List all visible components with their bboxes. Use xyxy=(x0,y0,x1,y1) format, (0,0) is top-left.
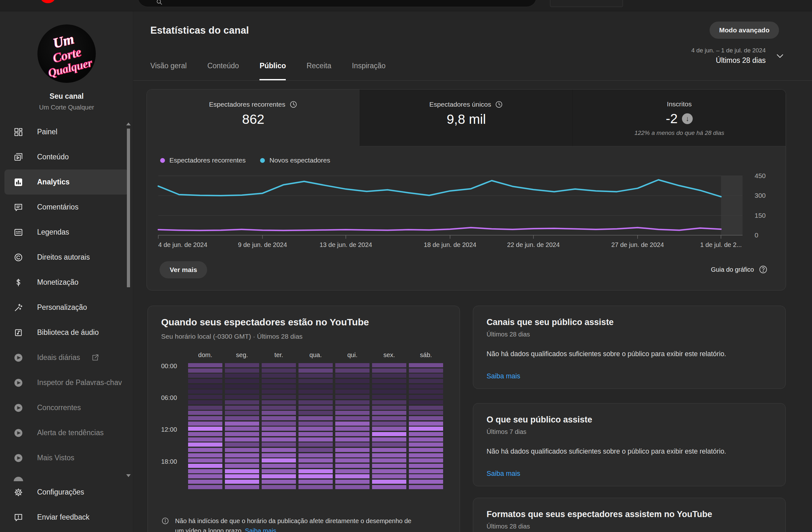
svg-text:18 de jun. de 2024: 18 de jun. de 2024 xyxy=(424,241,476,248)
sidebar-item-conteudo[interactable]: Conteúdo xyxy=(0,144,133,169)
learn-more-link[interactable]: Saiba mais xyxy=(487,470,520,477)
heatmap-cell xyxy=(299,443,333,447)
report-card-subtitle: Últimos 7 dias xyxy=(487,428,772,435)
sidebar-item-concorrentes[interactable]: Concorrentes xyxy=(0,395,133,420)
date-range-picker[interactable]: 4 de jun. – 1 de jul. de 2024 Últimos 28… xyxy=(691,47,785,65)
report-card-0: Canais que seu público assisteÚltimos 28… xyxy=(473,306,786,389)
svg-text:300: 300 xyxy=(755,192,766,199)
heatmap-cell xyxy=(335,453,369,458)
see-more-button[interactable]: Ver mais xyxy=(160,261,207,278)
heatmap-time-label: 00:00 xyxy=(161,363,177,370)
heatmap-cell xyxy=(372,374,406,378)
clock-icon xyxy=(289,100,298,109)
metric-tab-1[interactable]: Espectadores únicos9,8 mil xyxy=(360,89,573,146)
sidebar-item-analytics[interactable]: Analytics xyxy=(4,169,129,195)
heatmap-cell xyxy=(409,411,443,415)
heatmap-cell xyxy=(335,374,369,378)
tab-publico[interactable]: Público xyxy=(259,61,286,80)
heatmap-cell xyxy=(409,448,443,452)
heatmap-cell xyxy=(335,474,369,478)
heatmap-cell xyxy=(188,437,222,442)
sidebar-item-label: Biblioteca de áudio xyxy=(37,328,99,337)
heatmap-cell xyxy=(372,469,406,473)
sidebar-item-direitos-autorais[interactable]: Direitos autorais xyxy=(0,245,133,270)
legend-label: Novos espectadores xyxy=(269,156,330,164)
sidebar-item-biblioteca-de-audio[interactable]: Biblioteca de áudio xyxy=(0,320,133,345)
metric-value: 862 xyxy=(242,112,264,127)
heatmap-grid xyxy=(188,363,443,490)
vidiq-icon xyxy=(14,353,23,363)
subtitles-icon xyxy=(14,228,23,237)
heatmap-note-link[interactable]: Saiba mais xyxy=(245,527,276,532)
heatmap-cell xyxy=(409,458,443,462)
heatmap-day-labels: dom.seg.ter.qua.qui.sex.sáb. xyxy=(188,351,443,359)
heatmap-cell xyxy=(225,363,259,367)
metric-tabs: Espectadores recorrentes862Espectadores … xyxy=(147,89,786,146)
chart-guide-button[interactable]: Guia do gráfico xyxy=(711,265,768,274)
sidebar-item-alerta-de-tendencias[interactable]: Alerta de tendências xyxy=(0,420,133,445)
tab-inspiracao[interactable]: Inspiração xyxy=(352,61,386,80)
heatmap-cell xyxy=(262,406,296,410)
heatmap-cell xyxy=(299,485,333,489)
report-card-subtitle: Últimos 28 dias xyxy=(487,523,772,530)
heatmap-cell xyxy=(372,453,406,458)
topbar-control-box[interactable] xyxy=(550,0,623,7)
sidebar-item-label: Inspetor de Palavras-chav xyxy=(37,378,122,387)
heatmap-cell xyxy=(409,400,443,404)
heatmap-cell xyxy=(262,400,296,404)
sidebar-item-painel[interactable]: Painel xyxy=(0,120,133,144)
heatmap-cell xyxy=(335,368,369,373)
viewers-online-heatmap-card: Quando seus espectadores estão no YouTub… xyxy=(147,306,460,532)
scrollbar-up-arrow[interactable] xyxy=(126,123,131,125)
sidebar-item-configuracoes[interactable]: Configurações xyxy=(0,480,133,505)
metric-tab-2[interactable]: Inscritos-2↓122% a menos do que há 28 di… xyxy=(572,89,786,146)
heatmap-cell xyxy=(409,432,443,436)
sidebar-item-comentarios[interactable]: Comentários xyxy=(0,195,133,220)
sidebar-item-mais-vistos[interactable]: Mais Vistos xyxy=(0,445,133,471)
legend-item[interactable]: Espectadores recorrentes xyxy=(160,156,246,164)
heatmap-cell xyxy=(299,390,333,394)
sidebar-item-enviar-feedback[interactable]: Enviar feedback xyxy=(0,505,133,530)
heatmap-cell xyxy=(188,363,222,367)
dollar-icon xyxy=(14,278,23,287)
sidebar-item-legendas[interactable]: Legendas xyxy=(0,220,133,245)
heatmap-cell xyxy=(262,374,296,378)
heatmap-cell xyxy=(188,411,222,415)
metric-tab-0[interactable]: Espectadores recorrentes862 xyxy=(147,89,360,146)
heatmap-day-label: sex. xyxy=(372,351,406,359)
scrollbar-down-arrow[interactable] xyxy=(126,474,131,477)
vidiq-icon xyxy=(14,378,23,388)
learn-more-link[interactable]: Saiba mais xyxy=(487,372,520,380)
heatmap-cell xyxy=(372,400,406,404)
metric-label: Espectadores únicos xyxy=(430,101,491,108)
tab-visao-geral[interactable]: Visão geral xyxy=(150,61,187,80)
heatmap-cell xyxy=(409,437,443,442)
heatmap-cell xyxy=(188,379,222,383)
youtube-studio-logo[interactable] xyxy=(41,0,55,3)
sidebar-item-monetizacao[interactable]: Monetização xyxy=(0,270,133,295)
tabs-divider xyxy=(133,80,812,81)
sidebar-item-inspetor-de-palavras-chave[interactable]: Inspetor de Palavras-chav xyxy=(0,370,133,395)
sidebar-item-ideais-diarias[interactable]: Ideais diárias xyxy=(0,345,133,370)
legend-label: Espectadores recorrentes xyxy=(169,156,246,164)
metric-note: 122% a menos do que há 28 dias xyxy=(634,129,724,137)
legend-item[interactable]: Novos espectadores xyxy=(260,156,330,164)
heatmap-cell xyxy=(262,453,296,458)
sidebar-item-personalizacao[interactable]: Personalização xyxy=(0,295,133,320)
analytics-icon xyxy=(14,178,23,187)
svg-text:9 de jun. de 2024: 9 de jun. de 2024 xyxy=(238,241,287,248)
heatmap-cell xyxy=(335,406,369,410)
search-input[interactable] xyxy=(137,0,537,7)
tab-conteudo[interactable]: Conteúdo xyxy=(207,61,239,80)
heatmap-cell xyxy=(225,368,259,373)
heatmap-time-label: 18:00 xyxy=(161,458,177,465)
search-icon xyxy=(156,0,163,5)
heatmap-cell xyxy=(299,395,333,399)
chevron-down-icon xyxy=(775,51,785,61)
advanced-mode-button[interactable]: Modo avançado xyxy=(710,22,779,39)
heatmap-cell xyxy=(372,426,406,431)
heatmap-cell xyxy=(225,448,259,452)
tab-receita[interactable]: Receita xyxy=(306,61,331,80)
heatmap-cell xyxy=(335,379,369,383)
sidebar-scrollbar[interactable] xyxy=(127,128,130,287)
